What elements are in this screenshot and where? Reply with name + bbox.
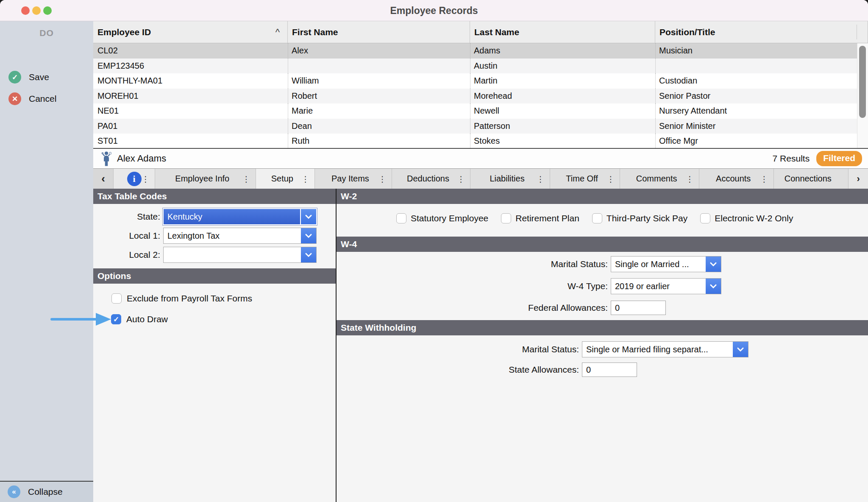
table-row[interactable]: PA01 Dean Patterson Senior Minister	[93, 119, 868, 134]
w4-marital-status-dropdown[interactable]: Single or Married ...	[611, 256, 721, 272]
chevron-down-icon[interactable]	[301, 209, 316, 224]
cell-employee-id: NE01	[93, 103, 288, 119]
results-count: 7 Results	[773, 153, 810, 164]
federal-allowances-row: Federal Allowances: 0	[337, 301, 666, 315]
tab-menu-icon[interactable]: ⋮	[301, 174, 309, 184]
tab-menu-icon[interactable]: ⋮	[242, 174, 250, 184]
local1-row: Local 1: Lexington Tax	[93, 228, 317, 244]
table-row[interactable]: ST01 Ruth Stokes Office Mgr	[93, 134, 868, 149]
cell-first-name: Robert	[288, 89, 470, 104]
section-header-w4: W-4	[337, 237, 868, 252]
tab-menu-icon[interactable]: ⋮	[457, 174, 465, 184]
cancel-button[interactable]: ✕ Cancel	[8, 92, 56, 105]
w2-checkbox-row: Statutory Employee Retirement Plan Third…	[396, 213, 793, 223]
tabs-scroll-right-button[interactable]: ›	[849, 169, 868, 189]
auto-draw-checkbox[interactable]: ✓	[111, 314, 121, 324]
third-party-sick-pay-checkbox[interactable]	[592, 213, 602, 223]
cell-position-title: Senior Minister	[655, 119, 868, 134]
tab-menu-icon[interactable]: ⋮	[760, 174, 768, 184]
section-header-state-withholding: State Withholding	[337, 320, 868, 335]
w4-marital-status-label: Marital Status:	[337, 259, 608, 269]
collapse-sidebar-button[interactable]: « Collapse	[0, 481, 93, 502]
employee-person-icon	[100, 151, 113, 166]
tab-menu-icon[interactable]: ⋮	[142, 174, 150, 184]
tab-label: Connections	[785, 174, 832, 184]
column-header-employee-id[interactable]: Employee ID ^	[93, 21, 288, 43]
tab-employee-info[interactable]: Employee Info ⋮	[155, 169, 256, 189]
cell-last-name: Austin	[470, 59, 655, 74]
filtered-badge[interactable]: Filtered	[816, 151, 862, 166]
tab-connections[interactable]: Connections	[774, 169, 849, 189]
statutory-employee-checkbox[interactable]	[396, 213, 406, 223]
tab-label: Time Off	[566, 174, 598, 184]
state-marital-status-label: Marital Status:	[337, 344, 579, 354]
chevron-down-icon[interactable]	[706, 257, 721, 272]
employee-records-window: Employee Records DO ✓ Save ✕ Cancel « Co…	[0, 0, 868, 502]
tab-comments[interactable]: Comments ⋮	[620, 169, 699, 189]
state-allowances-input[interactable]: 0	[582, 363, 637, 377]
tab-record-info[interactable]: i ⋮	[114, 169, 155, 189]
chevron-down-icon[interactable]	[301, 247, 316, 262]
tab-pay-items[interactable]: Pay Items ⋮	[315, 169, 392, 189]
exclude-payroll-tax-forms-checkbox-row[interactable]: Exclude from Payroll Tax Forms	[111, 293, 252, 304]
table-row[interactable]: EMP123456 Austin	[93, 59, 868, 74]
title-bar: Employee Records	[0, 0, 868, 21]
collapse-label: Collapse	[28, 487, 63, 497]
tab-deductions[interactable]: Deductions ⋮	[392, 169, 471, 189]
table-scrollbar-thumb[interactable]	[859, 46, 866, 118]
electronic-w2-only-checkbox-row[interactable]: Electronic W-2 Only	[700, 213, 793, 223]
column-header-last-name[interactable]: Last Name	[470, 21, 655, 43]
table-row[interactable]: MONTHLY-MA01 William Martin Custodian	[93, 73, 868, 89]
cell-last-name: Patterson	[470, 119, 655, 134]
auto-draw-checkbox-row[interactable]: ✓ Auto Draw	[111, 314, 168, 324]
chevron-down-icon[interactable]	[301, 228, 316, 243]
state-marital-status-dropdown[interactable]: Single or Married filing separat...	[582, 341, 748, 357]
local1-dropdown[interactable]: Lexington Tax	[163, 228, 317, 244]
tab-accounts[interactable]: Accounts ⋮	[699, 169, 774, 189]
exclude-payroll-tax-forms-checkbox[interactable]	[111, 293, 122, 304]
chevron-down-icon[interactable]	[733, 342, 748, 357]
tab-liabilities[interactable]: Liabilities ⋮	[470, 169, 550, 189]
chevron-down-icon[interactable]	[706, 279, 721, 294]
local2-dropdown[interactable]	[163, 247, 317, 263]
table-scrollbar-track[interactable]	[857, 43, 868, 149]
w4-type-dropdown[interactable]: 2019 or earlier	[611, 278, 721, 294]
statutory-employee-label: Statutory Employee	[411, 213, 488, 223]
header-scrollbar-divider	[857, 25, 857, 39]
save-button[interactable]: ✓ Save	[8, 71, 49, 84]
cell-position-title: Office Mgr	[655, 134, 868, 149]
statutory-employee-checkbox-row[interactable]: Statutory Employee	[396, 213, 488, 223]
cell-first-name: Dean	[288, 119, 470, 134]
state-row: State: Kentucky	[93, 208, 317, 226]
exclude-payroll-tax-forms-label: Exclude from Payroll Tax Forms	[127, 293, 252, 304]
federal-allowances-input[interactable]: 0	[611, 301, 666, 315]
tab-time-off[interactable]: Time Off ⋮	[550, 169, 620, 189]
table-row[interactable]: NE01 Marie Newell Nursery Attendant	[93, 103, 868, 119]
collapse-chevrons-icon: «	[8, 485, 20, 498]
retirement-plan-checkbox[interactable]	[501, 213, 511, 223]
tabs-scroll-left-button[interactable]: ‹	[93, 169, 114, 189]
cell-last-name: Newell	[470, 103, 655, 119]
third-party-sick-pay-checkbox-row[interactable]: Third-Party Sick Pay	[592, 213, 687, 223]
record-name: Alex Adams	[117, 153, 166, 164]
state-dropdown[interactable]: Kentucky	[162, 208, 317, 226]
cell-first-name: Marie	[288, 103, 470, 119]
local1-dropdown-value: Lexington Tax	[164, 228, 301, 243]
tab-menu-icon[interactable]: ⋮	[378, 174, 387, 184]
tab-setup[interactable]: Setup ⋮	[256, 169, 315, 189]
table-row[interactable]: CL02 Alex Adams Musician	[93, 43, 868, 59]
tab-menu-icon[interactable]: ⋮	[606, 174, 615, 184]
tab-label: Employee Info	[175, 174, 229, 184]
column-header-first-name[interactable]: First Name	[288, 21, 470, 43]
tab-menu-icon[interactable]: ⋮	[686, 174, 694, 184]
tab-menu-icon[interactable]: ⋮	[537, 174, 545, 184]
electronic-w2-only-checkbox[interactable]	[700, 213, 710, 223]
local2-dropdown-value	[164, 247, 301, 262]
retirement-plan-checkbox-row[interactable]: Retirement Plan	[501, 213, 579, 223]
column-header-position-title[interactable]: Position/Title	[655, 21, 868, 43]
state-allowances-row: State Allowances: 0	[337, 363, 637, 377]
cell-employee-id: MONTHLY-MA01	[93, 73, 288, 89]
table-row[interactable]: MOREH01 Robert Morehead Senior Pastor	[93, 89, 868, 104]
state-dropdown-value: Kentucky	[164, 209, 300, 224]
cell-last-name: Adams	[470, 43, 655, 59]
